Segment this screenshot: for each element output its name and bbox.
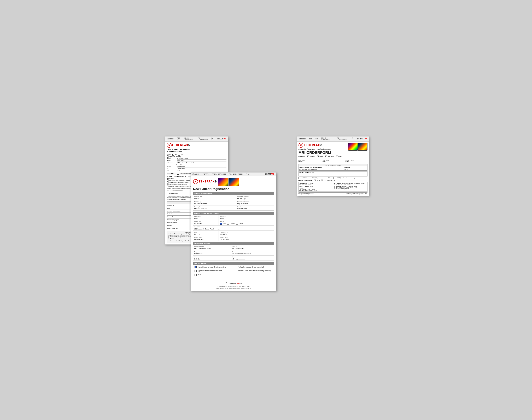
- referred-by-cell: Referred By Dr. Gabriel Beatriz: [193, 200, 236, 205]
- mrn-cell: Patient MRN# 123456789: [219, 230, 274, 236]
- consulting-provider-value: Dr. Eric Diya: [237, 198, 246, 199]
- reg-directfax-brand: DIRECTFAX: [265, 173, 274, 175]
- icd-code-label: ICD-10Code: [343, 166, 367, 168]
- mri-date-label: TODAY'S DATE: [345, 160, 367, 161]
- footer-logo-text: ETHERFAX®: [229, 282, 242, 285]
- exam-right-3: MR SHOULDER RIGHT W/O & W/ DYE 73221: [334, 187, 367, 188]
- fax-row: Fax: 848-301-9202: [167, 168, 227, 170]
- instruction-2-checkbox[interactable]: [235, 266, 237, 268]
- ed-checkbox[interactable]: [178, 154, 180, 156]
- npi-value: 8876543210: [177, 160, 227, 162]
- routine-checkbox[interactable]: [299, 177, 300, 179]
- reg-logo: ✕ ETHERFAX®: [193, 179, 217, 184]
- instruction-5-checkbox[interactable]: [195, 274, 197, 276]
- special-instructions-input[interactable]: [299, 173, 367, 176]
- patient-registration-section: PATIENT REGISTRATION DETAILS First Name …: [193, 212, 274, 241]
- brain-image-2: [358, 143, 367, 150]
- male-checkbox[interactable]: ✓: [220, 223, 222, 225]
- clinton-checkbox[interactable]: [317, 156, 319, 157]
- exam-columns: RIGHT W/O DYE 73700 RIGHT W/ DYE 73716 I…: [299, 182, 367, 192]
- exam-hrv-2: MRV HEAD W/O & W DYE 70549: [299, 190, 332, 191]
- npi-row: NPI #: 8876543210: [167, 160, 227, 162]
- mri-date: 3/3/23: [345, 161, 367, 162]
- mrn-label: Patient MRN#: [220, 231, 273, 233]
- instruction-3-checkbox[interactable]: [195, 270, 197, 272]
- refer-to-label: REFER TO:: [167, 173, 176, 174]
- special-instructions-label: SPECIAL INSTRUCTIONS: [299, 172, 367, 173]
- female-checkbox[interactable]: [227, 223, 229, 225]
- fax-number-label: Fax #: [237, 206, 273, 208]
- severe-checkbox[interactable]: [185, 176, 187, 177]
- pre-auth-yes[interactable]: [314, 180, 316, 181]
- mri-first-name-field: FIRST NAME Digby: [322, 160, 344, 162]
- ack-check3[interactable]: [167, 240, 169, 242]
- routine-label: ROUTINE: [302, 177, 307, 179]
- instruction-4-checkbox[interactable]: [235, 270, 237, 272]
- mobile-cell: Mobile Phone 732-813-0990: [219, 236, 274, 241]
- springfield-checkbox[interactable]: [325, 156, 327, 157]
- mri-fax-date: 3/13/2023: [299, 138, 306, 140]
- semi-urgent-checkbox[interactable]: [167, 183, 168, 185]
- pre-auth-no[interactable]: [321, 180, 323, 181]
- instruction-4: Insurance pre-authorization completed (i…: [235, 270, 273, 272]
- exam-grid: RIGHT W/O DYE 73700 RIGHT W/ DYE 73716 I…: [299, 182, 367, 192]
- provider-type-row: GP NP ED: [167, 154, 227, 156]
- carrier-value: Blue Cross / Blue Shield: [194, 248, 211, 250]
- first-name-value: Digby: [194, 217, 198, 219]
- stat-checkbox[interactable]: [334, 177, 335, 179]
- mobile-value: 732-813-0990: [220, 238, 229, 240]
- consult-date-cell: Consult Date 03/03/23: [193, 195, 236, 200]
- inv-name: Exercise tolerance test: [167, 210, 190, 212]
- gp-checkbox[interactable]: [167, 154, 168, 156]
- ack-check1[interactable]: [167, 236, 169, 238]
- registration-footer: ✕ ETHERFAX® ETHERFAX.NET | P+1.877.384.9…: [193, 280, 274, 289]
- etherfax-logo: ✕ ETHERFAX®: [167, 143, 227, 148]
- ack-check2[interactable]: [167, 238, 169, 240]
- result-speed-row: ROUTINE URGENT (Need results w/in 24 hrs…: [299, 177, 367, 179]
- reg-logo-icon: ✕: [193, 179, 198, 184]
- dob-value: 06/18/1968: [194, 223, 202, 224]
- other-checkbox[interactable]: [236, 223, 238, 225]
- reg-fax-from: FROM: 4847870035: [212, 173, 226, 175]
- street-value: 101 Crawfords Corner Road: [194, 228, 214, 230]
- fax-time: 7:57 PM: [177, 137, 181, 141]
- insurance-header: INSURANCE DETAILS: [193, 242, 274, 245]
- np-checkbox[interactable]: [172, 154, 174, 156]
- mri-brain-images: [348, 143, 367, 158]
- cardiology-title: CARDIOLOGY REFERRAL REFERRING PROVIDER: [167, 148, 227, 153]
- dover-checkbox[interactable]: [336, 156, 338, 157]
- footer-phone: Ruling Phone:(877) 384-9866: [299, 193, 314, 194]
- last-name-value: Snider: [220, 217, 224, 219]
- elective-checkbox[interactable]: [167, 186, 168, 187]
- gender-cell: Gender ✓ Male Female Other:: [219, 220, 274, 225]
- location-label: LOCATION: [299, 156, 305, 157]
- instruction-5: Other:: [195, 274, 232, 276]
- specialist-checkbox[interactable]: [167, 156, 168, 158]
- insurance-city-label: City: [194, 256, 230, 258]
- insurance-street-label: Street Address: [232, 251, 273, 253]
- inv-name: ECG: [167, 207, 190, 210]
- urgent-checkbox[interactable]: [167, 181, 168, 183]
- instruction-3: Appointment date and time confirmed: [195, 270, 232, 272]
- instruction-3-text: Appointment date and time confirmed: [198, 270, 222, 272]
- date-row: Date: 3/3/23: [167, 170, 227, 172]
- madison-checkbox[interactable]: [307, 156, 309, 157]
- patient-registration-table: First Name Digby Last Name Snider Date o…: [193, 215, 274, 241]
- mri-last-name-field: LAST NAME Snider: [299, 160, 321, 162]
- patient-info-header: PATIENT INFORMATION: [193, 192, 274, 195]
- reg-logo-text: ETHERFAX®: [199, 180, 217, 183]
- patient-info-section: PATIENT INFORMATION Consult Date 03/03/2…: [193, 192, 274, 210]
- urgent-checkbox[interactable]: [309, 177, 310, 179]
- reason-for-referral-label: Reason for Referral: [237, 201, 273, 203]
- logo-icon: ✕: [167, 143, 172, 148]
- fax-header-registration: 3/13/2023 7:57 PM FROM: 4847870035 TO: +…: [191, 173, 276, 176]
- specific-checkbox[interactable]: [177, 173, 179, 175]
- instruction-1-checkbox[interactable]: ✓: [195, 266, 197, 268]
- name-value: Dr. Gabriel Beatriz: [177, 158, 227, 160]
- logo-text: ETHERFAX®: [172, 144, 190, 147]
- street-cell: Street Address 101 Crawfords Corner Road…: [193, 225, 274, 230]
- group-value: ABC 1234567890: [232, 248, 244, 250]
- mri-content: ✕ ETHERFAX® PHONE (877) 384-9866 FAX (84…: [297, 141, 369, 196]
- emergent-checkbox[interactable]: [167, 180, 168, 181]
- employer-value: ETHERFAX: [194, 253, 203, 255]
